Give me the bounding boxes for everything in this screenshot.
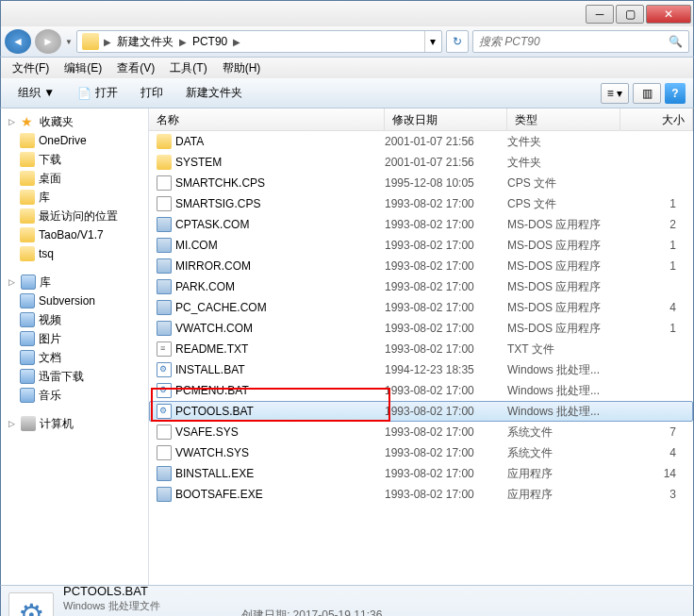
library-icon — [20, 350, 35, 365]
file-name: PC_CACHE.COM — [175, 301, 267, 314]
breadcrumb-item[interactable]: 新建文件夹 — [113, 34, 177, 50]
open-button[interactable]: 📄打开 — [68, 81, 127, 105]
file-name: VWATCH.COM — [175, 322, 253, 335]
address-bar[interactable]: ▶ 新建文件夹 ▶ PCT90 ▶ ▾ — [76, 30, 442, 53]
chevron-right-icon[interactable]: ▶ — [177, 37, 189, 47]
file-date: 1993-08-02 17:00 — [385, 239, 507, 252]
menu-tools[interactable]: 工具(T) — [162, 58, 214, 78]
breadcrumb-item[interactable]: PCT90 — [189, 35, 231, 48]
help-button[interactable]: ? — [665, 83, 686, 104]
file-type: MS-DOS 应用程序 — [507, 238, 620, 254]
column-type[interactable]: 类型 — [507, 108, 620, 130]
file-size: 7 — [620, 425, 686, 439]
tree-item[interactable]: 文档 — [1, 348, 148, 367]
column-size[interactable]: 大小 — [620, 108, 693, 130]
menu-edit[interactable]: 编辑(E) — [57, 58, 109, 78]
tree-item[interactable]: OneDrive — [1, 131, 148, 150]
close-button[interactable]: ✕ — [646, 5, 691, 24]
file-name: MI.COM — [175, 239, 218, 252]
column-headers: 名称 修改日期 类型 大小 — [149, 108, 693, 131]
file-row[interactable]: VSAFE.SYS1993-08-02 17:00系统文件7 — [149, 422, 693, 442]
menu-file[interactable]: 文件(F) — [5, 58, 57, 78]
file-date: 2001-01-07 21:56 — [385, 135, 507, 148]
file-row[interactable]: MIRROR.COM1993-08-02 17:00MS-DOS 应用程序1 — [149, 256, 693, 276]
breadcrumb-dropdown[interactable]: ▾ — [424, 31, 439, 52]
file-name: README.TXT — [175, 342, 248, 356]
file-row[interactable]: MI.COM1993-08-02 17:00MS-DOS 应用程序1 — [149, 235, 693, 256]
file-row[interactable]: DATA2001-01-07 21:56文件夹 — [149, 131, 693, 152]
details-filetype: Windows 批处理文件 — [63, 599, 204, 613]
file-name: BINSTALL.EXE — [175, 467, 254, 480]
file-size: 1 — [620, 259, 686, 273]
txt-icon — [157, 341, 172, 357]
view-options-button[interactable]: ≡ ▾ — [601, 83, 629, 104]
tree-item[interactable]: 桌面 — [1, 169, 148, 188]
file-row[interactable]: BOOTSAFE.EXE1993-08-02 17:00应用程序3 — [149, 484, 693, 505]
file-row[interactable]: CPTASK.COM1993-08-02 17:00MS-DOS 应用程序2 — [149, 214, 693, 235]
file-row[interactable]: BINSTALL.EXE1993-08-02 17:00应用程序14 — [149, 463, 693, 484]
tree-favorites[interactable]: ▷★收藏夹 — [1, 112, 148, 131]
file-type: MS-DOS 应用程序 — [507, 321, 620, 337]
search-box[interactable]: 🔍 — [472, 30, 689, 53]
file-date: 1993-08-02 17:00 — [385, 446, 507, 459]
file-size: 1 — [620, 322, 686, 335]
chevron-right-icon[interactable]: ▶ — [102, 37, 113, 47]
exe-icon — [157, 258, 172, 274]
file-size: 2 — [620, 218, 686, 231]
details-pane: ⚙ PCTOOLS.BAT Windows 批处理文件 修改日期: 1993-0… — [0, 585, 694, 616]
file-row[interactable]: VWATCH.COM1993-08-02 17:00MS-DOS 应用程序1 — [149, 318, 693, 339]
file-type: Windows 批处理... — [507, 362, 620, 378]
tree-item[interactable]: Subversion — [1, 291, 148, 310]
file-name: PCTOOLS.BAT — [175, 405, 254, 418]
maximize-button[interactable]: ▢ — [616, 5, 644, 24]
search-icon[interactable]: 🔍 — [669, 35, 683, 48]
menu-help[interactable]: 帮助(H) — [215, 58, 269, 78]
file-type: MS-DOS 应用程序 — [507, 217, 620, 233]
file-row[interactable]: SYSTEM2001-01-07 21:56文件夹 — [149, 152, 693, 173]
file-row[interactable]: SMARTCHK.CPS1995-12-08 10:05CPS 文件 — [149, 173, 693, 193]
menu-view[interactable]: 查看(V) — [109, 58, 162, 78]
file-row[interactable]: README.TXT1993-08-02 17:00TXT 文件 — [149, 339, 693, 359]
file-date: 1993-08-02 17:00 — [385, 259, 507, 273]
file-icon — [157, 175, 172, 191]
tree-item[interactable]: 最近访问的位置 — [1, 207, 148, 225]
history-dropdown-icon[interactable]: ▼ — [65, 38, 73, 46]
file-type: Windows 批处理... — [507, 383, 620, 399]
file-row[interactable]: SMARTSIG.CPS1993-08-02 17:00CPS 文件1 — [149, 193, 693, 214]
minimize-button[interactable]: ─ — [586, 5, 614, 24]
file-name: SMARTSIG.CPS — [175, 197, 260, 210]
tree-item[interactable]: 图片 — [1, 329, 148, 348]
tree-item[interactable]: tsq — [1, 244, 148, 263]
tree-item[interactable]: TaoBao/V1.7 — [1, 225, 148, 244]
tree-item[interactable]: 库 — [1, 188, 148, 207]
file-row[interactable]: PCMENU.BAT1993-08-02 17:00Windows 批处理... — [149, 380, 693, 401]
tree-libraries[interactable]: ▷库 — [1, 273, 148, 291]
file-date: 1993-08-02 17:00 — [385, 218, 507, 231]
new-folder-button[interactable]: 新建文件夹 — [176, 81, 252, 105]
file-row[interactable]: PC_CACHE.COM1993-08-02 17:00MS-DOS 应用程序4 — [149, 297, 693, 318]
column-date[interactable]: 修改日期 — [385, 108, 507, 130]
tree-item[interactable]: 下载 — [1, 150, 148, 169]
tree-item[interactable]: 迅雷下载 — [1, 367, 148, 386]
preview-pane-button[interactable]: ▥ — [633, 83, 661, 104]
file-row[interactable]: PARK.COM1993-08-02 17:00MS-DOS 应用程序 — [149, 276, 693, 297]
file-row[interactable]: INSTALL.BAT1994-12-23 18:35Windows 批处理..… — [149, 359, 693, 380]
refresh-button[interactable]: ↻ — [446, 30, 469, 53]
column-name[interactable]: 名称 — [149, 108, 385, 130]
file-date: 2001-01-07 21:56 — [385, 156, 507, 169]
organize-button[interactable]: 组织 ▼ — [8, 81, 64, 105]
tree-computer[interactable]: ▷计算机 — [1, 414, 148, 433]
file-row[interactable]: PCTOOLS.BAT1993-08-02 17:00Windows 批处理..… — [149, 401, 693, 422]
tree-item[interactable]: 视频 — [1, 310, 148, 329]
back-button[interactable]: ◄ — [5, 29, 31, 54]
file-date: 1993-08-02 17:00 — [385, 384, 507, 397]
file-type: 应用程序 — [507, 487, 620, 503]
open-icon: 📄 — [77, 87, 91, 100]
search-input[interactable] — [479, 35, 669, 48]
forward-button[interactable]: ► — [35, 29, 61, 54]
print-button[interactable]: 打印 — [131, 81, 173, 105]
tree-item[interactable]: 音乐 — [1, 386, 148, 405]
file-type: 文件夹 — [507, 134, 620, 150]
chevron-right-icon[interactable]: ▶ — [231, 37, 242, 47]
file-row[interactable]: VWATCH.SYS1993-08-02 17:00系统文件4 — [149, 442, 693, 463]
